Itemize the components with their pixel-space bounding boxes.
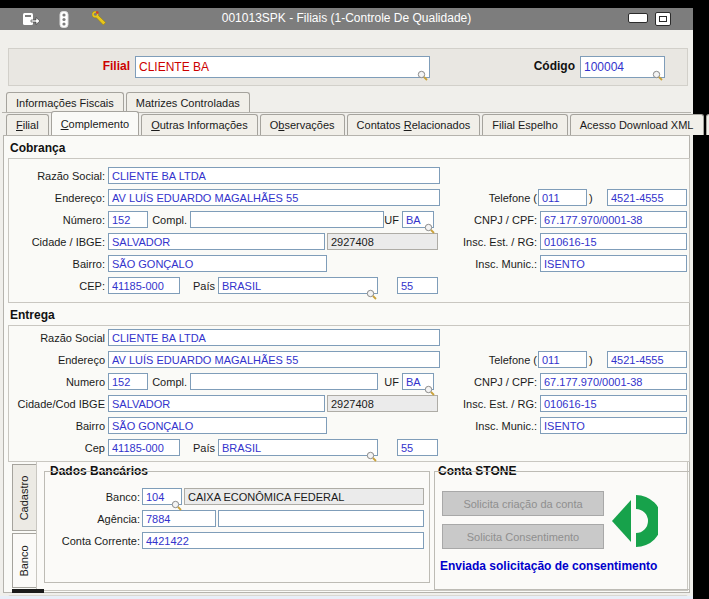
cobranca-telefone-close-label: ) xyxy=(589,192,599,204)
entrega-razao-field[interactable] xyxy=(108,329,440,346)
agencia-field[interactable] xyxy=(142,510,216,527)
entrega-ddd-field[interactable] xyxy=(538,351,587,368)
cobranca-uf-magnifier-icon[interactable] xyxy=(424,220,435,231)
cobranca-endereco-field[interactable] xyxy=(108,189,440,206)
cobranca-cidade-field[interactable] xyxy=(108,233,325,250)
entrega-numero-label: Numero xyxy=(8,376,105,388)
cobranca-razao-field[interactable] xyxy=(108,167,440,184)
cobranca-bairro-label: Bairro: xyxy=(8,258,105,270)
tab-contatos-relacionados[interactable]: Contatos Relacionados xyxy=(347,114,481,135)
banco-lookup-magnifier-icon[interactable] xyxy=(171,497,182,508)
cobranca-compl-field[interactable] xyxy=(190,211,384,228)
codigo-lookup-magnifier-icon[interactable] xyxy=(652,67,663,78)
solicita-criacao-conta-button[interactable]: Solicita criação da conta xyxy=(442,491,604,516)
entrega-compl-label: Compl. xyxy=(150,376,187,388)
tab-filial-espelho[interactable]: Filial Espelho xyxy=(482,114,567,135)
app-window: 001013SPK - Filiais (1-Controle De Quali… xyxy=(0,8,693,599)
tab-filial[interactable]: Filial xyxy=(6,114,49,135)
entrega-numero-field[interactable] xyxy=(108,373,148,390)
tab-log[interactable]: Log xyxy=(706,114,709,135)
cobranca-cep-label: CEP: xyxy=(8,280,105,292)
agencia-extra-field[interactable] xyxy=(218,510,424,527)
entrega-group-title: Entrega xyxy=(10,308,55,322)
tab-matrizes-controladas[interactable]: Matrizes Controladas xyxy=(126,92,250,112)
cobranca-insc-mun-label: Insc. Munic.: xyxy=(440,258,537,270)
entrega-compl-field[interactable] xyxy=(190,373,378,390)
entrega-telefone-close-label: ) xyxy=(589,354,599,366)
side-tab-banco[interactable]: Banco xyxy=(12,533,36,588)
tab-complemento[interactable]: Complemento xyxy=(51,111,140,135)
cobranca-razao-label: Razão Social: xyxy=(8,170,105,182)
stone-status-text: Enviada solicitação de consentimento xyxy=(440,559,688,573)
tab-outras-informacoes[interactable]: Outras Informações xyxy=(141,114,258,135)
cobranca-ddd-field[interactable] xyxy=(538,189,587,206)
entrega-insc-mun-label: Insc. Munic.: xyxy=(440,420,537,432)
cobranca-cidade-label: Cidade / IBGE: xyxy=(8,236,105,248)
cobranca-pais-label: País xyxy=(183,280,215,292)
main-tab-row: Filial Complemento Outras Informações Ob… xyxy=(6,114,709,135)
entrega-razao-label: Razão Social xyxy=(8,332,105,344)
cobranca-insc-est-label: Insc. Est. / RG: xyxy=(440,236,537,248)
entrega-insc-mun-field[interactable] xyxy=(540,417,687,434)
cobranca-uf-label: UF xyxy=(378,214,399,226)
minimize-button[interactable] xyxy=(628,13,648,23)
entrega-pais-magnifier-icon[interactable] xyxy=(366,448,377,459)
cobranca-insc-est-field[interactable] xyxy=(540,233,687,250)
conta-corrente-label: Conta Corrente: xyxy=(44,535,140,547)
entrega-telefone-label: Telefone ( xyxy=(440,354,537,366)
entrega-cnpj-field[interactable] xyxy=(540,373,687,390)
filial-label: Filial xyxy=(70,59,130,73)
cobranca-insc-mun-field[interactable] xyxy=(540,255,687,272)
cobranca-group-title: Cobrança xyxy=(10,141,65,155)
cobranca-compl-label: Compl. xyxy=(150,214,187,226)
entrega-pais-label: País xyxy=(183,442,215,454)
banco-label: Banco: xyxy=(44,491,140,503)
entrega-cnpj-label: CNPJ / CPF: xyxy=(440,376,537,388)
window-title: 001013SPK - Filiais (1-Controle De Quali… xyxy=(0,11,693,25)
entrega-fone-field[interactable] xyxy=(607,351,687,368)
entrega-cidade-label: Cidade/Cod IBGE xyxy=(8,398,105,410)
banco-nome-field xyxy=(184,488,424,505)
cobranca-cnpj-field[interactable] xyxy=(540,211,687,228)
cobranca-pais-cod-field[interactable] xyxy=(397,277,438,294)
cobranca-pais-field[interactable] xyxy=(218,277,378,294)
cobranca-telefone-label: Telefone ( xyxy=(440,192,537,204)
entrega-cidade-field[interactable] xyxy=(108,395,325,412)
filial-field[interactable] xyxy=(135,56,430,78)
entrega-insc-est-label: Insc. Est. / RG: xyxy=(440,398,537,410)
agencia-label: Agência: xyxy=(44,513,140,525)
cobranca-numero-field[interactable] xyxy=(108,211,148,228)
entrega-pais-field[interactable] xyxy=(218,439,378,456)
cobranca-cep-field[interactable] xyxy=(108,277,180,294)
entrega-bairro-label: Bairro xyxy=(8,420,105,432)
entrega-cep-field[interactable] xyxy=(108,439,180,456)
entrega-uf-label: UF xyxy=(378,376,399,388)
cobranca-bairro-field[interactable] xyxy=(108,255,327,272)
codigo-label: Código xyxy=(515,59,575,73)
conta-corrente-field[interactable] xyxy=(142,532,424,549)
side-tab-cadastro[interactable]: Cadastro xyxy=(12,464,36,531)
cobranca-endereco-label: Endereço: xyxy=(8,192,105,204)
entrega-insc-est-field[interactable] xyxy=(540,395,687,412)
filial-lookup-magnifier-icon[interactable] xyxy=(417,67,428,78)
cobranca-pais-magnifier-icon[interactable] xyxy=(366,286,377,297)
entrega-endereco-field[interactable] xyxy=(108,351,440,368)
green-arrow-d-logo-icon xyxy=(612,491,658,555)
entrega-pais-cod-field[interactable] xyxy=(397,439,438,456)
entrega-endereco-label: Endereço xyxy=(8,354,105,366)
tab-observacoes[interactable]: Observações xyxy=(260,114,345,135)
solicita-consentimento-button[interactable]: Solicita Consentimento xyxy=(442,524,604,549)
entrega-ibge-field xyxy=(327,395,438,412)
maximize-button[interactable] xyxy=(655,12,671,26)
cobranca-numero-label: Número: xyxy=(8,214,105,226)
tab-informacoes-fiscais[interactable]: Informações Fiscais xyxy=(6,92,124,112)
cobranca-cnpj-label: CNPJ / CPF: xyxy=(440,214,537,226)
screenshot-root: 001013SPK - Filiais (1-Controle De Quali… xyxy=(0,0,709,599)
titlebar: 001013SPK - Filiais (1-Controle De Quali… xyxy=(0,8,693,30)
entrega-uf-magnifier-icon[interactable] xyxy=(424,382,435,393)
cobranca-fone-field[interactable] xyxy=(607,189,687,206)
entrega-cep-label: Cep xyxy=(8,442,105,454)
entrega-bairro-field[interactable] xyxy=(108,417,327,434)
banco-tab-indicator xyxy=(12,589,44,593)
tab-acesso-download-xml[interactable]: Acesso Download XML xyxy=(570,114,704,135)
